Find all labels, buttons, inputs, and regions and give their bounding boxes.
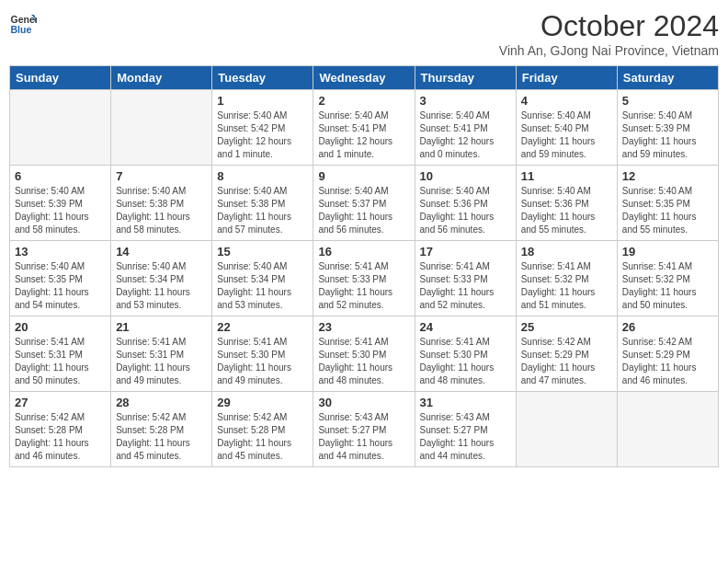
day-number: 22 xyxy=(217,320,308,334)
day-info: Sunrise: 5:40 AMSunset: 5:36 PMDaylight:… xyxy=(420,185,511,236)
calendar-cell: 6Sunrise: 5:40 AMSunset: 5:39 PMDaylight… xyxy=(10,166,111,241)
calendar-week-4: 20Sunrise: 5:41 AMSunset: 5:31 PMDayligh… xyxy=(10,316,719,392)
calendar-cell: 8Sunrise: 5:40 AMSunset: 5:38 PMDaylight… xyxy=(212,166,313,241)
calendar-table: Sunday Monday Tuesday Wednesday Thursday… xyxy=(9,65,719,467)
calendar-cell: 24Sunrise: 5:41 AMSunset: 5:30 PMDayligh… xyxy=(415,316,516,392)
svg-text:Blue: Blue xyxy=(11,24,32,35)
day-number: 13 xyxy=(15,245,106,259)
calendar-cell: 4Sunrise: 5:40 AMSunset: 5:40 PMDaylight… xyxy=(516,90,617,166)
calendar-cell: 14Sunrise: 5:40 AMSunset: 5:34 PMDayligh… xyxy=(111,241,212,316)
day-number: 24 xyxy=(420,320,511,334)
col-thursday: Thursday xyxy=(415,66,516,90)
day-info: Sunrise: 5:41 AMSunset: 5:31 PMDaylight:… xyxy=(15,336,106,387)
day-number: 19 xyxy=(622,245,713,259)
calendar-cell: 22Sunrise: 5:41 AMSunset: 5:30 PMDayligh… xyxy=(212,316,313,392)
day-number: 9 xyxy=(318,169,409,183)
day-number: 28 xyxy=(116,396,207,409)
title-block: October 2024 Vinh An, GJong Nai Province… xyxy=(499,9,719,58)
day-number: 4 xyxy=(521,94,612,108)
day-info: Sunrise: 5:40 AMSunset: 5:39 PMDaylight:… xyxy=(15,185,106,236)
day-info: Sunrise: 5:42 AMSunset: 5:28 PMDaylight:… xyxy=(15,411,106,463)
col-wednesday: Wednesday xyxy=(313,66,415,90)
day-info: Sunrise: 5:40 AMSunset: 5:41 PMDaylight:… xyxy=(420,109,511,161)
calendar-cell: 30Sunrise: 5:43 AMSunset: 5:27 PMDayligh… xyxy=(313,392,415,467)
day-number: 29 xyxy=(217,396,308,409)
calendar-cell: 23Sunrise: 5:41 AMSunset: 5:30 PMDayligh… xyxy=(313,316,415,392)
day-number: 30 xyxy=(318,396,409,409)
day-info: Sunrise: 5:41 AMSunset: 5:31 PMDaylight:… xyxy=(116,336,207,387)
day-number: 27 xyxy=(15,396,106,409)
day-info: Sunrise: 5:41 AMSunset: 5:32 PMDaylight:… xyxy=(521,260,612,312)
day-info: Sunrise: 5:43 AMSunset: 5:27 PMDaylight:… xyxy=(318,411,409,463)
col-saturday: Saturday xyxy=(617,66,718,90)
calendar-week-1: 1Sunrise: 5:40 AMSunset: 5:42 PMDaylight… xyxy=(10,90,719,166)
day-number: 20 xyxy=(15,320,106,334)
calendar-cell: 12Sunrise: 5:40 AMSunset: 5:35 PMDayligh… xyxy=(617,166,718,241)
day-info: Sunrise: 5:43 AMSunset: 5:27 PMDaylight:… xyxy=(420,411,511,463)
day-number: 26 xyxy=(622,320,713,334)
header-row: Sunday Monday Tuesday Wednesday Thursday… xyxy=(10,66,719,90)
day-info: Sunrise: 5:41 AMSunset: 5:33 PMDaylight:… xyxy=(318,260,409,312)
day-number: 5 xyxy=(622,94,713,108)
day-number: 25 xyxy=(521,320,612,334)
calendar-cell: 16Sunrise: 5:41 AMSunset: 5:33 PMDayligh… xyxy=(313,241,415,316)
day-number: 7 xyxy=(116,169,207,183)
day-number: 21 xyxy=(116,320,207,334)
day-info: Sunrise: 5:40 AMSunset: 5:35 PMDaylight:… xyxy=(622,185,713,236)
calendar-cell: 31Sunrise: 5:43 AMSunset: 5:27 PMDayligh… xyxy=(415,392,516,467)
calendar-cell: 27Sunrise: 5:42 AMSunset: 5:28 PMDayligh… xyxy=(10,392,111,467)
calendar-cell: 25Sunrise: 5:42 AMSunset: 5:29 PMDayligh… xyxy=(516,316,617,392)
day-number: 10 xyxy=(420,169,511,183)
day-info: Sunrise: 5:40 AMSunset: 5:40 PMDaylight:… xyxy=(521,109,612,161)
calendar-cell: 5Sunrise: 5:40 AMSunset: 5:39 PMDaylight… xyxy=(617,90,718,166)
day-info: Sunrise: 5:40 AMSunset: 5:35 PMDaylight:… xyxy=(15,260,106,312)
logo: General Blue xyxy=(9,9,37,37)
day-number: 31 xyxy=(420,396,511,409)
day-number: 15 xyxy=(217,245,308,259)
day-info: Sunrise: 5:40 AMSunset: 5:38 PMDaylight:… xyxy=(217,185,308,236)
calendar-cell: 15Sunrise: 5:40 AMSunset: 5:34 PMDayligh… xyxy=(212,241,313,316)
calendar-week-5: 27Sunrise: 5:42 AMSunset: 5:28 PMDayligh… xyxy=(10,392,719,467)
col-friday: Friday xyxy=(516,66,617,90)
day-info: Sunrise: 5:42 AMSunset: 5:28 PMDaylight:… xyxy=(116,411,207,463)
day-info: Sunrise: 5:42 AMSunset: 5:28 PMDaylight:… xyxy=(217,411,308,463)
calendar-cell: 9Sunrise: 5:40 AMSunset: 5:37 PMDaylight… xyxy=(313,166,415,241)
day-number: 16 xyxy=(318,245,409,259)
calendar-week-3: 13Sunrise: 5:40 AMSunset: 5:35 PMDayligh… xyxy=(10,241,719,316)
day-number: 23 xyxy=(318,320,409,334)
calendar-cell: 17Sunrise: 5:41 AMSunset: 5:33 PMDayligh… xyxy=(415,241,516,316)
day-info: Sunrise: 5:41 AMSunset: 5:33 PMDaylight:… xyxy=(420,260,511,312)
logo-icon: General Blue xyxy=(9,9,37,37)
day-number: 2 xyxy=(318,94,409,108)
calendar-cell xyxy=(516,392,617,467)
col-monday: Monday xyxy=(111,66,212,90)
calendar-cell xyxy=(111,90,212,166)
calendar-cell: 10Sunrise: 5:40 AMSunset: 5:36 PMDayligh… xyxy=(415,166,516,241)
day-info: Sunrise: 5:42 AMSunset: 5:29 PMDaylight:… xyxy=(622,336,713,387)
calendar-cell: 2Sunrise: 5:40 AMSunset: 5:41 PMDaylight… xyxy=(313,90,415,166)
day-number: 6 xyxy=(15,169,106,183)
col-tuesday: Tuesday xyxy=(212,66,313,90)
calendar-cell: 3Sunrise: 5:40 AMSunset: 5:41 PMDaylight… xyxy=(415,90,516,166)
month-title: October 2024 xyxy=(499,9,719,43)
location-subtitle: Vinh An, GJong Nai Province, Vietnam xyxy=(499,43,719,58)
day-number: 11 xyxy=(521,169,612,183)
day-number: 17 xyxy=(420,245,511,259)
day-info: Sunrise: 5:40 AMSunset: 5:38 PMDaylight:… xyxy=(116,185,207,236)
page-header: General Blue October 2024 Vinh An, GJong… xyxy=(9,9,719,58)
day-info: Sunrise: 5:41 AMSunset: 5:30 PMDaylight:… xyxy=(318,336,409,387)
calendar-cell: 7Sunrise: 5:40 AMSunset: 5:38 PMDaylight… xyxy=(111,166,212,241)
calendar-cell xyxy=(10,90,111,166)
day-info: Sunrise: 5:41 AMSunset: 5:30 PMDaylight:… xyxy=(217,336,308,387)
calendar-cell xyxy=(617,392,718,467)
calendar-cell: 1Sunrise: 5:40 AMSunset: 5:42 PMDaylight… xyxy=(212,90,313,166)
day-number: 3 xyxy=(420,94,511,108)
day-number: 14 xyxy=(116,245,207,259)
day-info: Sunrise: 5:40 AMSunset: 5:42 PMDaylight:… xyxy=(217,109,308,161)
day-info: Sunrise: 5:40 AMSunset: 5:34 PMDaylight:… xyxy=(116,260,207,312)
calendar-cell: 18Sunrise: 5:41 AMSunset: 5:32 PMDayligh… xyxy=(516,241,617,316)
day-number: 18 xyxy=(521,245,612,259)
day-info: Sunrise: 5:40 AMSunset: 5:34 PMDaylight:… xyxy=(217,260,308,312)
calendar-cell: 13Sunrise: 5:40 AMSunset: 5:35 PMDayligh… xyxy=(10,241,111,316)
calendar-cell: 26Sunrise: 5:42 AMSunset: 5:29 PMDayligh… xyxy=(617,316,718,392)
